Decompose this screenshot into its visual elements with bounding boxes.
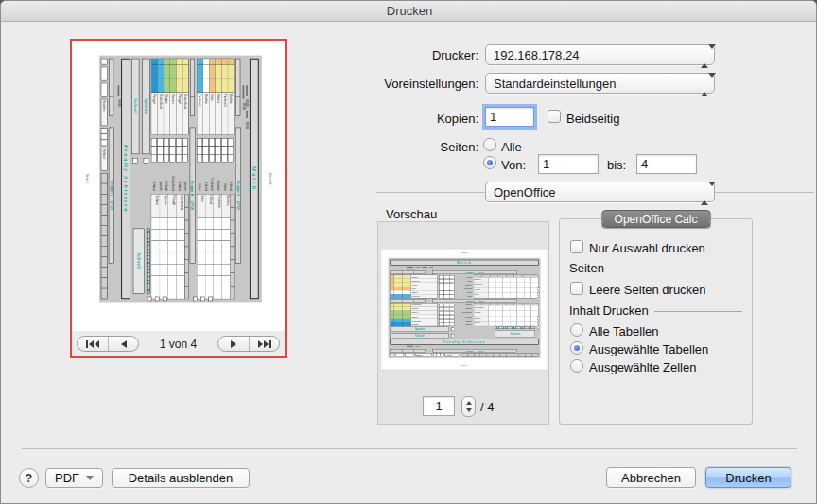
pages-from-radio[interactable] xyxy=(483,156,496,169)
group-b-mini-header xyxy=(390,299,426,302)
all-tables-radio[interactable] xyxy=(570,323,583,337)
winner-box-2: Schweiz xyxy=(131,58,139,153)
popup-arrows-icon xyxy=(701,78,709,91)
group-a-header-row: Gruppe A(P/Q) xyxy=(235,58,240,298)
penalty-mini-header xyxy=(390,349,426,352)
winner-right-box: Schweiz xyxy=(495,330,535,338)
penalty-header-row: Gruppe A(P/Q) xyxy=(390,349,538,353)
previous-page-button[interactable] xyxy=(108,337,138,351)
cancel-button[interactable]: Abbrechen xyxy=(606,467,696,488)
winner-strip xyxy=(146,228,149,293)
pages-group-label: Seiten xyxy=(569,261,604,275)
first-page-icon xyxy=(85,339,100,349)
match-info: 00:0000:00 00:00 xyxy=(242,58,248,298)
page-thumbnail-frame[interactable]: Vorrunde Match 00:0000:00 00:00 Gruppe A… xyxy=(70,39,287,358)
pages-label: Seiten: xyxy=(285,140,478,154)
group-b-side-boxes xyxy=(537,316,540,328)
group-a-opponents: HollandItalien BrasilienFrankreich Holla… xyxy=(457,274,472,298)
group-a-left-table: Brasilien Frankreich Holland Italien Bra… xyxy=(390,274,437,298)
pages-to-input[interactable]: 4 xyxy=(636,154,697,174)
presets-select[interactable]: Standardeinstellungen xyxy=(485,73,715,94)
presets-label: Voreinstellungen: xyxy=(285,77,478,91)
selected-tables-radio[interactable] xyxy=(570,341,583,355)
pdf-menu-button[interactable]: PDF xyxy=(45,468,103,488)
group-a-standings-table: Brasilien Frankreich Holland Italien xyxy=(474,274,539,298)
match-title: Match xyxy=(390,259,538,265)
all-tables-label: Alle Tabellen xyxy=(589,324,658,339)
footer-divider xyxy=(22,448,797,449)
group-a-tables: Brasilien Frankreich Holland Italien Bra… xyxy=(390,274,538,298)
group-a-mini-header xyxy=(235,58,240,115)
printer-label: Drucker: xyxy=(285,48,478,62)
preview-page-small: Vorrunde Match 00:0000:00 00:00 Gruppe A… xyxy=(381,249,547,369)
print-dialog: Drucken Vorrunde Match 00:0000:00 00:00 … xyxy=(0,0,817,504)
page-thumbnail: Vorrunde Match 00:0000:00 00:00 Gruppe A… xyxy=(81,44,275,312)
penalty-group-header: Gruppe A(P/Q) xyxy=(108,127,113,263)
copies-input[interactable]: 1 xyxy=(485,107,534,127)
help-button[interactable]: ? xyxy=(19,468,39,488)
group-a-standings-table: Brasilien Frankreich Holland Italien xyxy=(197,194,235,299)
penalty-info: 00:00 xyxy=(115,58,120,298)
pages-group-header: Seiten xyxy=(569,261,742,275)
penalty-title: Penalty Schiessen xyxy=(121,58,130,298)
group-b-mini-header xyxy=(190,58,195,115)
group-b-header-row: Gruppe B(P/Q) xyxy=(390,299,538,303)
group-a-opponents: HollandItalien BrasilienFrankreich Holla… xyxy=(197,166,235,191)
pages-all-radio[interactable] xyxy=(483,138,496,151)
penalty-info: 00:00 xyxy=(390,345,538,348)
penalty-mini-header xyxy=(109,58,113,115)
pagination-forward-group xyxy=(217,336,280,352)
copies-label: Kopien: xyxy=(285,112,478,126)
group-b-header: Gruppe B(P/Q) xyxy=(432,299,516,303)
content-group-label: Inhalt Drucken xyxy=(569,304,649,318)
print-button[interactable]: Drucken xyxy=(705,467,791,488)
selected-cells-radio[interactable] xyxy=(570,359,583,373)
page-counter: 1 von 4 xyxy=(160,338,197,351)
sheet-footer: Seite 1 xyxy=(85,44,89,313)
group-a-side-boxes xyxy=(537,287,540,300)
blank-pages-checkbox[interactable] xyxy=(570,282,583,295)
details-toggle-button[interactable]: Details ausblenden xyxy=(112,468,250,488)
group-a-tables: Brasilien Frankreich Holland Italien Bra… xyxy=(197,58,235,298)
group-b-header: Gruppe B(P/Q) xyxy=(189,127,195,263)
app-section-select[interactable]: OpenOffice xyxy=(485,182,715,202)
stepper-down-icon xyxy=(466,408,472,412)
selected-cells-label: Ausgewählte Zellen xyxy=(589,360,696,374)
pages-from-input[interactable]: 1 xyxy=(538,154,599,174)
winner-boxes: Spanien Schweiz Schweiz xyxy=(390,326,538,338)
pages-from-label: Von: xyxy=(501,158,539,172)
first-page-button[interactable] xyxy=(78,337,108,351)
group-a-score-grid xyxy=(439,274,455,298)
duplex-checkbox[interactable] xyxy=(548,110,561,123)
winner-box-1: Spanien xyxy=(390,326,449,331)
group-a-header: Gruppe A(P/Q) xyxy=(235,127,240,263)
app-section-value: OpenOffice xyxy=(494,185,556,200)
penalty-row: Brasilien Holland xyxy=(100,58,107,298)
preview-page: Vorrunde Match 00:0000:00 00:00 Gruppe A… xyxy=(81,44,275,313)
winner-box-1: Spanien xyxy=(142,58,149,153)
preview-page-stepper[interactable] xyxy=(461,396,476,417)
group-b-left-table: Deutschland Portugal Spanien Schweiz Deu… xyxy=(390,303,437,326)
previous-page-icon xyxy=(118,339,130,349)
last-page-icon xyxy=(257,339,272,349)
presets-value: Standardeinstellungen xyxy=(494,77,616,91)
group-b-tables: Deutschland Portugal Spanien Schweiz Deu… xyxy=(150,58,188,298)
preview-page-input[interactable]: 1 xyxy=(423,396,455,416)
group-b-opponents: SpanienSchweiz DeutschlandPortugal Spani… xyxy=(457,303,472,326)
sheet-print-area: Match 00:0000:00 00:00 Gruppe A(P/Q) Bra… xyxy=(388,257,540,357)
match-title: Match xyxy=(249,58,258,298)
content-group-header: Inhalt Drucken xyxy=(569,304,742,318)
winner-right-box: Schweiz xyxy=(132,228,144,293)
blank-pages-label: Leere Seiten drucken xyxy=(589,283,706,297)
sheet-footer: Seite 1 xyxy=(381,364,547,366)
print-selection-checkbox[interactable] xyxy=(570,240,583,253)
pdf-label: PDF xyxy=(55,471,79,485)
printer-select[interactable]: 192.168.178.24 xyxy=(485,44,715,65)
match-info: 00:0000:00 00:00 xyxy=(390,266,538,269)
pages-to-label: bis: xyxy=(607,158,634,172)
penalty-row: Brasilien Holland xyxy=(390,353,538,356)
last-page-button[interactable] xyxy=(249,337,279,351)
next-page-icon xyxy=(228,339,239,349)
next-page-button[interactable] xyxy=(218,337,249,351)
preview-page: Vorrunde Match 00:0000:00 00:00 Gruppe A… xyxy=(381,249,547,369)
